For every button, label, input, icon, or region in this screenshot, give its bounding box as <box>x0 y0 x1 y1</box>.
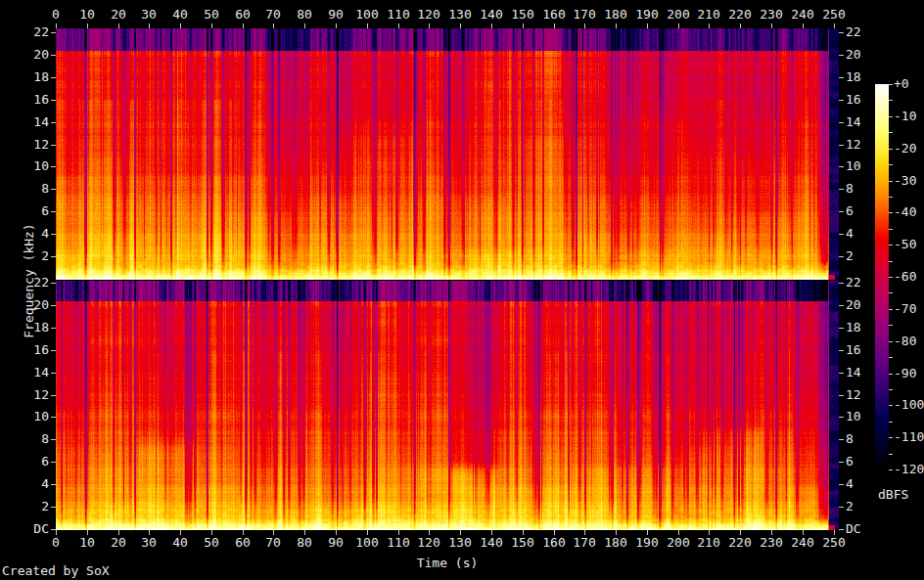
freq-tick-right <box>839 417 844 418</box>
freq-tick-right <box>839 32 844 33</box>
freq-tick-left <box>51 350 56 351</box>
freq-tick-label-right: 12 <box>846 388 861 402</box>
time-tick-label-top: 170 <box>573 8 595 22</box>
time-tick-top <box>87 23 88 28</box>
freq-tick-label-left: 2 <box>0 249 49 263</box>
freq-tick-label-right: 18 <box>846 321 861 335</box>
freq-tick-label-left: 10 <box>0 410 49 424</box>
time-tick-top <box>460 23 461 28</box>
freq-tick-label-right: 16 <box>846 343 861 357</box>
freq-tick-label-right: 12 <box>846 138 861 152</box>
time-tick-label-top: 90 <box>328 8 344 22</box>
time-tick-top <box>491 23 492 28</box>
time-tick-top <box>584 23 585 28</box>
time-tick-label-bottom: 80 <box>297 536 312 550</box>
freq-tick-left <box>51 100 56 101</box>
freq-tick-right <box>839 484 844 485</box>
freq-tick-right <box>839 122 844 123</box>
time-tick-top <box>616 23 617 28</box>
colorbar-tick <box>889 116 893 117</box>
time-tick-label-top: 120 <box>417 8 439 22</box>
freq-tick-label-right: 14 <box>846 366 861 379</box>
freq-tick-left <box>51 32 56 33</box>
freq-tick-label-left: 2 <box>0 500 49 513</box>
colorbar-tick <box>889 437 893 438</box>
freq-tick-left <box>51 122 56 123</box>
freq-tick-label-left: 4 <box>0 477 49 491</box>
freq-tick-right <box>839 283 844 284</box>
time-tick-label-top: 50 <box>204 8 219 22</box>
time-tick-top <box>678 23 679 28</box>
time-tick-label-bottom: 90 <box>328 536 344 550</box>
freq-tick-right <box>839 350 844 351</box>
time-tick-top <box>740 23 741 28</box>
time-tick-top <box>211 23 212 28</box>
colorbar-tick <box>889 84 893 85</box>
freq-tick-label-left: 12 <box>0 388 49 402</box>
freq-tick-right <box>839 529 844 530</box>
time-tick-top <box>647 23 648 28</box>
time-tick-label-top: 180 <box>604 8 626 22</box>
time-tick-top <box>336 23 337 28</box>
freq-tick-label-right: 8 <box>846 182 854 196</box>
time-tick-label-bottom: 50 <box>204 536 219 550</box>
colorbar-tick-label: -30 <box>894 174 916 188</box>
time-tick-top <box>56 23 57 28</box>
colorbar-tick-label: -70 <box>894 302 916 316</box>
freq-tick-left <box>51 529 56 530</box>
freq-tick-label-left: 22 <box>0 25 49 39</box>
freq-tick-right <box>839 395 844 396</box>
time-tick-label-bottom: 0 <box>52 536 60 550</box>
time-tick-label-bottom: 100 <box>355 536 378 550</box>
freq-tick-label-left: 8 <box>0 182 49 196</box>
freq-tick-label-right: 14 <box>846 115 861 129</box>
time-tick-label-top: 70 <box>265 8 281 22</box>
freq-tick-right <box>839 328 844 329</box>
freq-tick-left <box>51 417 56 418</box>
colorbar-tick <box>889 405 893 406</box>
freq-tick-label-right: 20 <box>846 298 861 312</box>
colorbar-tick-label: -40 <box>894 205 916 219</box>
colorbar-tick <box>889 261 893 262</box>
freq-tick-label-left: 20 <box>0 298 49 312</box>
freq-tick-label-right: 2 <box>846 249 854 263</box>
colorbar-gradient <box>875 84 889 469</box>
freq-tick-left <box>51 234 56 235</box>
colorbar-tick <box>889 212 893 213</box>
time-tick-label-top: 230 <box>760 8 782 22</box>
freq-tick-left <box>51 507 56 508</box>
credit-text: Created by SoX <box>2 564 110 578</box>
time-tick-top <box>523 23 524 28</box>
time-tick-label-top: 220 <box>728 8 751 22</box>
time-tick-label-bottom: 190 <box>635 536 658 550</box>
colorbar-tick-label: -10 <box>894 110 916 123</box>
freq-tick-label-left: 8 <box>0 432 49 446</box>
time-tick-label-bottom: 40 <box>172 536 188 550</box>
colorbar-tick <box>889 197 893 198</box>
colorbar-tick-label: +0 <box>894 77 909 91</box>
freq-tick-left <box>51 77 56 78</box>
freq-tick-right <box>839 100 844 101</box>
freq-tick-left <box>51 439 56 440</box>
colorbar-tick <box>889 469 893 470</box>
time-tick-label-bottom: 60 <box>235 536 251 550</box>
time-tick-label-bottom: 220 <box>728 536 751 550</box>
time-tick-top <box>243 23 244 28</box>
time-tick-label-top: 60 <box>235 8 251 22</box>
time-tick-label-bottom: 10 <box>79 536 95 550</box>
freq-tick-label-right: 6 <box>846 204 854 218</box>
colorbar-tick <box>889 309 893 310</box>
colorbar-tick <box>889 454 893 455</box>
time-tick-label-top: 100 <box>355 8 378 22</box>
time-tick-label-top: 130 <box>448 8 471 22</box>
time-tick-top <box>803 23 804 28</box>
freq-tick-left <box>51 484 56 485</box>
colorbar-tick-label: -100 <box>894 398 924 412</box>
time-tick-top <box>180 23 181 28</box>
time-tick-label-top: 210 <box>697 8 719 22</box>
freq-tick-right <box>839 189 844 190</box>
colorbar-tick <box>889 229 893 230</box>
freq-tick-label-left: 12 <box>0 138 49 152</box>
time-tick-label-top: 190 <box>635 8 658 22</box>
freq-tick-label-right: 2 <box>846 500 854 513</box>
